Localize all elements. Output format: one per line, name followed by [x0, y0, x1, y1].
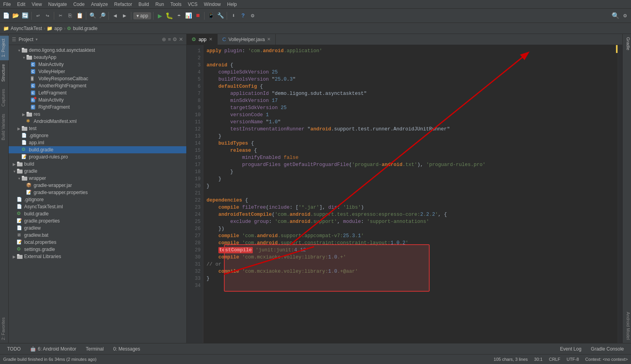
- menu-analyze[interactable]: Analyze: [88, 2, 111, 7]
- debug-btn[interactable]: 🐛: [165, 11, 174, 20]
- run-dropdown[interactable]: ▾ app: [133, 12, 151, 19]
- code-editor[interactable]: 1234567891011121314151617181920212223242…: [187, 45, 622, 343]
- sync-gradle-btn[interactable]: ⬇: [229, 11, 238, 20]
- paste-btn[interactable]: 📋: [75, 11, 84, 20]
- statusbar-line-ending[interactable]: CRLF: [549, 357, 560, 362]
- tree-item[interactable]: ▶test: [9, 125, 186, 132]
- menu-edit[interactable]: Edit: [14, 2, 28, 7]
- tree-item[interactable]: ▾gradle: [9, 168, 186, 175]
- tree-item[interactable]: ▶External Libraries: [9, 253, 186, 260]
- menu-vcs[interactable]: VCS: [185, 2, 201, 7]
- run-btn[interactable]: ▶: [155, 11, 164, 20]
- back-btn[interactable]: ◀: [111, 11, 119, 20]
- code-content[interactable]: apply plugin: 'com.android.application' …: [203, 45, 618, 343]
- cut-btn[interactable]: ✂: [56, 11, 65, 20]
- project-dropdown-arrow[interactable]: ▾: [36, 37, 38, 41]
- tree-item[interactable]: ⚙settings.gradle: [9, 246, 186, 253]
- search-everywhere-btn[interactable]: 🔍: [611, 11, 620, 20]
- tree-item[interactable]: CMainActivity: [9, 61, 186, 68]
- settings-gear-btn[interactable]: ⚙: [621, 11, 629, 20]
- undo-btn[interactable]: ↩: [34, 11, 42, 20]
- tree-item[interactable]: 📄gradlew: [9, 224, 186, 232]
- tree-item[interactable]: 📝gradle-wrapper.properties: [9, 189, 186, 196]
- tab-app-gradle[interactable]: ⚙ app ✕: [187, 34, 218, 45]
- tree-item[interactable]: CMainActivity: [9, 96, 186, 104]
- sdk-btn[interactable]: 🔧: [216, 11, 225, 20]
- breadcrumb-root[interactable]: 📁 AsyncTaskTest: [3, 26, 42, 31]
- menu-build[interactable]: Build: [135, 2, 152, 7]
- help-btn[interactable]: ?: [239, 11, 247, 20]
- tree-item[interactable]: 📄.gitignore: [9, 132, 186, 139]
- tree-item[interactable]: 📦gradle-wrapper.jar: [9, 182, 186, 189]
- structure-panel-toggle[interactable]: Structure: [0, 61, 9, 85]
- profile-btn[interactable]: 📊: [184, 11, 193, 20]
- replace-btn[interactable]: 🔎: [98, 11, 106, 20]
- menu-file[interactable]: File: [0, 2, 14, 7]
- breadcrumb-project[interactable]: AsyncTaskTest: [11, 26, 42, 31]
- copy-btn[interactable]: ⎘: [66, 11, 74, 20]
- locate-file-btn[interactable]: ⊕: [162, 36, 166, 42]
- tab-volley-helper[interactable]: C VolleyHelper.java ✕: [218, 34, 276, 45]
- tree-item[interactable]: 📝local.properties: [9, 239, 186, 246]
- settings-btn[interactable]: ⚙: [248, 11, 257, 20]
- tree-item[interactable]: ▾demo.ligong.sdut.asynctasktest: [9, 47, 186, 54]
- android-monitor-tab[interactable]: 🤖 6: Android Monitor: [26, 345, 80, 353]
- tree-item[interactable]: CRightFragment: [9, 104, 186, 111]
- menu-help[interactable]: Help: [224, 2, 240, 7]
- menu-window[interactable]: Window: [201, 2, 224, 7]
- menu-refactor[interactable]: Refactor: [111, 2, 135, 7]
- volley-helper-close[interactable]: ✕: [267, 37, 271, 42]
- open-btn[interactable]: 📂: [11, 11, 20, 20]
- new-project-btn[interactable]: 📄: [2, 11, 10, 20]
- tree-item[interactable]: ⚙build.gradle: [9, 146, 186, 153]
- tree-item[interactable]: 🖥gradlew.bat: [9, 232, 186, 239]
- tree-item[interactable]: CVolleyHelper: [9, 68, 186, 75]
- build-variants-toggle[interactable]: Build Variants: [0, 111, 9, 143]
- breadcrumb-file[interactable]: ⚙ build.gradle: [67, 26, 97, 31]
- tree-item[interactable]: 📄app.iml: [9, 139, 186, 146]
- gradle-panel-toggle[interactable]: Gradle: [623, 34, 631, 53]
- tree-item[interactable]: IVolleyResponseCallbac: [9, 75, 186, 82]
- tree-item[interactable]: ⚙build.gradle: [9, 210, 186, 217]
- avd-btn[interactable]: 📱: [207, 11, 215, 20]
- tree-item[interactable]: ▶res: [9, 111, 186, 118]
- menu-view[interactable]: View: [28, 2, 45, 7]
- project-panel-toggle[interactable]: 1: Project: [0, 36, 9, 60]
- tree-item[interactable]: ✱AndroidManifest.xml: [9, 118, 186, 125]
- tree-item[interactable]: CLeftFragment: [9, 89, 186, 96]
- menu-code[interactable]: Code: [70, 2, 88, 7]
- breadcrumb-file-label[interactable]: build.gradle: [73, 26, 97, 31]
- statusbar-position[interactable]: 30:1: [534, 357, 542, 362]
- messages-tab[interactable]: 0: Messages: [109, 345, 144, 353]
- tree-item[interactable]: 📄.gitignore: [9, 196, 186, 203]
- terminal-tab[interactable]: Terminal: [82, 345, 108, 353]
- sync-btn[interactable]: 🔄: [21, 11, 29, 20]
- breadcrumb-app-label[interactable]: app: [54, 26, 62, 31]
- redo-btn[interactable]: ↪: [43, 11, 52, 20]
- favorites-panel-toggle[interactable]: 2: Favorites: [0, 314, 9, 343]
- settings-btn-project[interactable]: ⚙: [172, 36, 177, 42]
- android-model-toggle[interactable]: Android Model: [623, 309, 631, 343]
- tree-item[interactable]: ▾wrapper: [9, 175, 186, 182]
- todo-tab[interactable]: TODO: [3, 345, 25, 353]
- breadcrumb-app[interactable]: 📁 app: [47, 26, 62, 31]
- hide-panel-btn[interactable]: ✕: [179, 36, 183, 42]
- find-btn[interactable]: 🔍: [88, 11, 97, 20]
- statusbar-encoding[interactable]: UTF-8: [567, 357, 579, 362]
- stop-btn[interactable]: ■: [193, 11, 202, 20]
- tree-item[interactable]: CAnotherRightFragment: [9, 82, 186, 89]
- tree-item[interactable]: 📄AsyncTaskTest.iml: [9, 203, 186, 210]
- menu-navigate[interactable]: Navigate: [45, 2, 70, 7]
- tree-item[interactable]: ▾beautyApp: [9, 54, 186, 61]
- tree-item[interactable]: 📝proguard-rules.pro: [9, 153, 186, 160]
- gradle-console-tab[interactable]: Gradle Console: [587, 345, 628, 353]
- tree-item[interactable]: 📝gradle.properties: [9, 217, 186, 224]
- collapse-all-btn[interactable]: ≡: [168, 36, 171, 42]
- tree-item[interactable]: ▶build: [9, 160, 186, 168]
- coverage-btn[interactable]: ☂: [174, 11, 183, 20]
- forward-btn[interactable]: ▶: [120, 11, 129, 20]
- app-gradle-tab-close[interactable]: ✕: [209, 37, 212, 42]
- captures-panel-toggle[interactable]: Captures: [0, 86, 9, 110]
- menu-run[interactable]: Run: [152, 2, 167, 7]
- event-log-tab[interactable]: Event Log: [556, 345, 586, 353]
